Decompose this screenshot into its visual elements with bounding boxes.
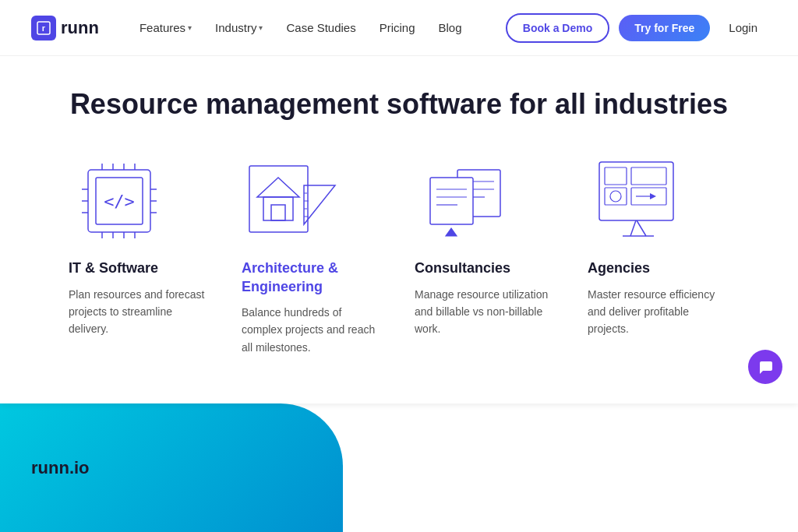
nav-actions: Book a Demo Try for Free Login [506,13,767,43]
industries-grid: </> [47,158,751,356]
industry-card-agencies[interactable]: Agencies Master resource efficiency and … [581,158,736,356]
svg-marker-20 [257,178,299,197]
industry-name-agencies: Agencies [588,259,650,277]
logo[interactable]: r runn [31,16,99,41]
logo-name: runn [61,18,99,38]
industry-name-consultancies: Consultancies [415,259,510,277]
industry-card-consultancies[interactable]: Consultancies Manage resource utilizatio… [408,158,563,356]
it-software-icon: </> [69,158,170,244]
industry-card-architecture[interactable]: Architecture & Engineering Balance hundr… [235,158,390,356]
nav-links: Features ▾ Industry ▾ Case Studies Prici… [130,15,506,41]
footer-area: runn.io [0,403,798,532]
svg-rect-32 [430,178,473,224]
nav-pricing[interactable]: Pricing [370,15,425,41]
book-demo-button[interactable]: Book a Demo [506,13,609,43]
svg-rect-22 [271,205,285,220]
features-chevron-icon: ▾ [188,23,192,32]
industry-desc-it: Plan resources and forecast projects to … [69,286,210,338]
logo-icon: r [31,16,56,41]
try-free-button[interactable]: Try for Free [619,15,710,41]
nav-industry[interactable]: Industry ▾ [206,15,272,41]
industry-card-it-software[interactable]: </> [62,158,217,356]
chat-button[interactable] [748,350,782,384]
login-button[interactable]: Login [719,14,767,41]
nav-blog[interactable]: Blog [429,15,471,41]
svg-rect-40 [631,167,666,185]
svg-marker-43 [650,193,656,199]
svg-line-46 [637,220,646,236]
industry-name-it: IT & Software [69,259,158,277]
svg-rect-19 [249,166,308,232]
industry-desc-arch: Balance hundreds of complex projects and… [242,304,383,356]
footer-domain: runn.io [31,458,90,478]
main-content: Resource management software for all ind… [0,56,798,387]
consultancies-icon [415,158,516,244]
svg-line-45 [630,220,636,236]
svg-point-44 [610,191,621,202]
svg-rect-38 [605,167,627,185]
navbar: r runn Features ▾ Industry ▾ Case Studie… [0,0,798,56]
industry-chevron-icon: ▾ [259,23,263,32]
svg-marker-36 [446,228,457,236]
main-card: r runn Features ▾ Industry ▾ Case Studie… [0,0,798,403]
svg-text:</>: </> [104,192,135,211]
agencies-icon [588,158,689,244]
industry-name-arch: Architecture & Engineering [242,259,383,296]
nav-features[interactable]: Features ▾ [130,15,201,41]
svg-marker-23 [304,185,335,224]
svg-rect-21 [263,197,293,220]
industry-desc-agencies: Master resource efficiency and deliver p… [588,286,729,338]
arch-engineering-icon [242,158,343,244]
svg-text:r: r [42,23,46,33]
industry-desc-consultancies: Manage resource utilization and billable… [415,286,556,338]
svg-rect-37 [599,162,673,220]
nav-case-studies[interactable]: Case Studies [277,15,365,41]
page-title: Resource management software for all ind… [47,87,751,121]
svg-rect-39 [605,188,627,205]
